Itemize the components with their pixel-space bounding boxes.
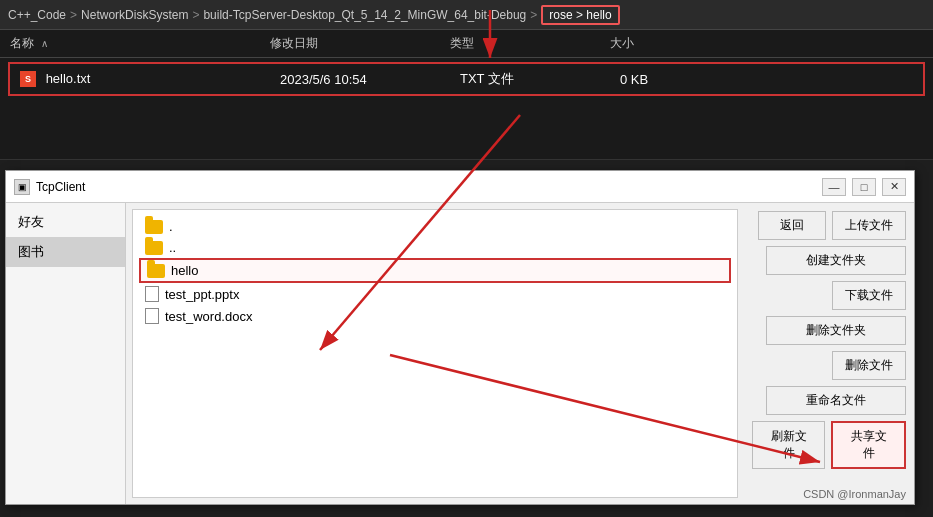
file-explorer: C++_Code > NetworkDiskSystem > build-Tcp… bbox=[0, 0, 933, 160]
btn-row-7: 刷新文件 共享文件 bbox=[752, 421, 906, 469]
list-item-dot[interactable]: . bbox=[139, 216, 731, 237]
list-item-dotdot[interactable]: .. bbox=[139, 237, 731, 258]
list-item-pptx-label: test_ppt.pptx bbox=[165, 287, 239, 302]
list-item-hello[interactable]: hello bbox=[139, 258, 731, 283]
btn-row-2: 创建文件夹 bbox=[752, 246, 906, 275]
create-dir-button[interactable]: 创建文件夹 bbox=[766, 246, 906, 275]
col-name: 名称 ∧ bbox=[10, 35, 270, 52]
breadcrumb-highlighted[interactable]: rose > hello bbox=[541, 5, 619, 25]
breadcrumb: C++_Code > NetworkDiskSystem > build-Tcp… bbox=[0, 0, 933, 30]
tcp-sidebar: 好友 图书 bbox=[6, 203, 126, 504]
tcp-button-panel: 返回 上传文件 创建文件夹 下载文件 删除文件夹 删除文件 重命名文件 刷新文件… bbox=[744, 203, 914, 504]
minimize-button[interactable]: — bbox=[822, 178, 846, 196]
btn-row-6: 重命名文件 bbox=[752, 386, 906, 415]
sidebar-item-books[interactable]: 图书 bbox=[6, 237, 125, 267]
col-modified: 修改日期 bbox=[270, 35, 450, 52]
window-title: TcpClient bbox=[36, 180, 816, 194]
tcp-body: 好友 图书 . .. hello test_ppt.pptx bbox=[6, 203, 914, 504]
refresh-button[interactable]: 刷新文件 bbox=[752, 421, 825, 469]
tcp-window: ▣ TcpClient — □ ✕ 好友 图书 . .. hello bbox=[5, 170, 915, 505]
breadcrumb-item-1[interactable]: C++_Code bbox=[8, 8, 66, 22]
doc-icon-pptx bbox=[145, 286, 159, 302]
file-modified: 2023/5/6 10:54 bbox=[280, 72, 460, 87]
btn-row-1: 返回 上传文件 bbox=[752, 211, 906, 240]
share-button[interactable]: 共享文件 bbox=[831, 421, 906, 469]
folder-icon-hello bbox=[147, 264, 165, 278]
list-item-docx-label: test_word.docx bbox=[165, 309, 252, 324]
sidebar-item-friends[interactable]: 好友 bbox=[6, 207, 125, 237]
maximize-button[interactable]: □ bbox=[852, 178, 876, 196]
breadcrumb-item-3[interactable]: build-TcpServer-Desktop_Qt_5_14_2_MinGW_… bbox=[203, 8, 526, 22]
file-size: 0 KB bbox=[620, 72, 720, 87]
list-item-docx[interactable]: test_word.docx bbox=[139, 305, 731, 327]
doc-icon-docx bbox=[145, 308, 159, 324]
upload-button[interactable]: 上传文件 bbox=[832, 211, 906, 240]
sort-arrow-name: ∧ bbox=[41, 38, 48, 49]
list-item-hello-label: hello bbox=[171, 263, 198, 278]
btn-row-4: 删除文件夹 bbox=[752, 316, 906, 345]
sep-2: > bbox=[192, 8, 199, 22]
file-table-header: 名称 ∧ 修改日期 类型 大小 bbox=[0, 30, 933, 58]
col-size: 大小 bbox=[610, 35, 710, 52]
del-dir-button[interactable]: 删除文件夹 bbox=[766, 316, 906, 345]
file-list-area: . .. hello test_ppt.pptx test_word.docx bbox=[132, 209, 738, 498]
file-type: TXT 文件 bbox=[460, 70, 620, 88]
sep-3: > bbox=[530, 8, 537, 22]
csdn-watermark: CSDN @IronmanJay bbox=[803, 488, 906, 500]
btn-row-3: 下载文件 bbox=[752, 281, 906, 310]
file-row[interactable]: S hello.txt 2023/5/6 10:54 TXT 文件 0 KB bbox=[8, 62, 925, 96]
close-button[interactable]: ✕ bbox=[882, 178, 906, 196]
rename-button[interactable]: 重命名文件 bbox=[766, 386, 906, 415]
list-item-dotdot-label: .. bbox=[169, 240, 176, 255]
del-file-button[interactable]: 删除文件 bbox=[832, 351, 906, 380]
download-button[interactable]: 下载文件 bbox=[832, 281, 906, 310]
folder-icon-dot bbox=[145, 220, 163, 234]
back-button[interactable]: 返回 bbox=[758, 211, 826, 240]
window-icon: ▣ bbox=[14, 179, 30, 195]
file-name: hello.txt bbox=[46, 71, 91, 86]
btn-row-5: 删除文件 bbox=[752, 351, 906, 380]
breadcrumb-item-2[interactable]: NetworkDiskSystem bbox=[81, 8, 188, 22]
list-item-pptx[interactable]: test_ppt.pptx bbox=[139, 283, 731, 305]
list-item-dot-label: . bbox=[169, 219, 173, 234]
tcp-titlebar: ▣ TcpClient — □ ✕ bbox=[6, 171, 914, 203]
sep-1: > bbox=[70, 8, 77, 22]
col-type: 类型 bbox=[450, 35, 610, 52]
folder-icon-dotdot bbox=[145, 241, 163, 255]
file-type-icon: S bbox=[20, 71, 36, 87]
file-name-cell: S hello.txt bbox=[20, 71, 280, 88]
